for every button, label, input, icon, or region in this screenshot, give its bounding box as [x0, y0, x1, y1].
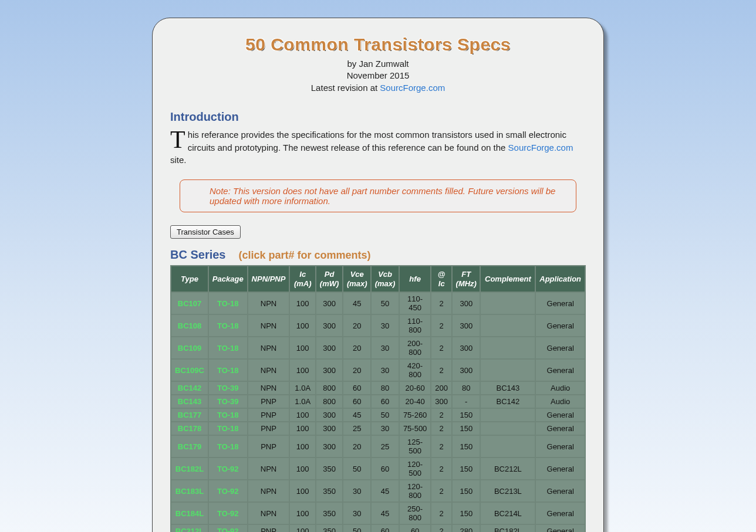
revision-link[interactable]: SourcForge.com — [380, 83, 445, 93]
np-cell: NPN — [248, 382, 289, 394]
vcb-cell: 50 — [372, 409, 399, 421]
col-header: Complement — [481, 266, 535, 292]
ic-cell: 100 — [290, 360, 315, 381]
ic-cell: 100 — [290, 436, 315, 457]
app-cell: General — [536, 337, 585, 358]
comp-cell — [481, 293, 535, 314]
app-cell: General — [536, 480, 585, 501]
np-cell: PNP — [248, 422, 289, 435]
intro-body-2: site. — [170, 155, 187, 165]
package-cell: TO-18 — [209, 436, 247, 457]
app-cell: General — [536, 315, 585, 336]
part-number-link[interactable]: BC183L — [176, 487, 204, 496]
ic-cell: 100 — [290, 480, 315, 501]
vce-cell: 20 — [343, 436, 370, 457]
vcb-cell: 50 — [372, 293, 399, 314]
revision-prefix: Latest revision at — [311, 83, 380, 93]
table-row: BC109TO-18NPN1003002030200-8002300Genera… — [171, 337, 585, 358]
atic-cell: 200 — [431, 382, 451, 394]
ft-cell: 300 — [453, 293, 480, 314]
vce-cell: 30 — [343, 480, 370, 501]
table-row: BC108TO-18NPN1003002030110-8002300Genera… — [171, 315, 585, 336]
vcb-cell: 60 — [372, 395, 399, 408]
app-cell: Audio — [536, 395, 585, 408]
part-number-link[interactable]: BC107 — [178, 299, 201, 308]
header-subtitle: by Jan Zumwalt November 2015 Latest revi… — [170, 58, 586, 94]
np-cell: NPN — [248, 458, 289, 479]
spec-table-head: TypePackageNPN/PNPIc(mA)Pd(mW)Vce(max)Vc… — [171, 266, 585, 292]
part-number-link[interactable]: BC212L — [176, 527, 204, 532]
package-cell: TO-18 — [209, 293, 247, 314]
pd-cell: 300 — [316, 360, 342, 381]
part-number-link[interactable]: BC142 — [178, 384, 201, 392]
part-number-link[interactable]: BC109 — [178, 344, 201, 353]
atic-cell: 2 — [431, 315, 451, 336]
atic-cell: 2 — [431, 436, 451, 457]
vce-cell: 60 — [343, 395, 370, 408]
series-header: BC Series (click part# for comments) — [170, 248, 586, 262]
hfe-cell: 75-260 — [400, 409, 430, 421]
comp-cell — [481, 337, 535, 358]
part-number-link[interactable]: BC184L — [176, 509, 204, 518]
part-number-cell: BC183L — [171, 480, 208, 501]
part-number-link[interactable]: BC182L — [176, 465, 204, 473]
vcb-cell: 45 — [372, 480, 399, 501]
part-number-link[interactable]: BC143 — [178, 397, 201, 406]
page-wrap: 50 Common Transistors Specs by Jan Zumwa… — [70, 18, 686, 532]
np-cell: NPN — [248, 480, 289, 501]
np-cell: NPN — [248, 293, 289, 314]
part-number-cell: BC182L — [171, 458, 208, 479]
table-row: BC182LTO-92NPN1003505060120-5002150BC212… — [171, 458, 585, 479]
hfe-cell: 20-40 — [400, 395, 430, 408]
vcb-cell: 60 — [372, 525, 399, 532]
part-number-link[interactable]: BC177 — [178, 411, 201, 419]
app-cell: General — [536, 458, 585, 479]
package-cell: TO-18 — [209, 360, 247, 381]
ft-cell: 300 — [453, 315, 480, 336]
part-number-link[interactable]: BC108 — [178, 321, 201, 330]
pd-cell: 300 — [316, 293, 342, 314]
table-row: BC143TO-39PNP1.0A800606020-40300-BC142Au… — [171, 395, 585, 408]
ic-cell: 100 — [290, 409, 315, 421]
part-number-cell: BC108 — [171, 315, 208, 336]
hfe-cell: 20-60 — [400, 382, 430, 394]
part-number-cell: BC143 — [171, 395, 208, 408]
app-cell: Audio — [536, 382, 585, 394]
part-number-cell: BC109C — [171, 360, 208, 381]
part-number-link[interactable]: BC179 — [178, 442, 201, 451]
package-cell: TO-39 — [209, 395, 247, 408]
table-row: BC179TO-18PNP1003002025125-5002150Genera… — [171, 436, 585, 457]
pd-cell: 800 — [316, 395, 342, 408]
part-number-link[interactable]: BC178 — [178, 424, 201, 433]
table-row: BC184LTO-92NPN1003503045250-8002150BC214… — [171, 503, 585, 524]
atic-cell: 2 — [431, 360, 451, 381]
comp-cell: BC182L — [481, 525, 535, 532]
hfe-cell: 75-500 — [400, 422, 430, 435]
hfe-cell: 110-800 — [400, 315, 430, 336]
series-name: BC Series — [170, 248, 226, 261]
comp-cell: BC143 — [481, 382, 535, 394]
transistor-cases-button[interactable]: Transistor Cases — [170, 225, 241, 239]
ic-cell: 100 — [290, 422, 315, 435]
hfe-cell: 125-500 — [400, 436, 430, 457]
col-header: Application — [536, 266, 585, 292]
ft-cell: 300 — [453, 360, 480, 381]
np-cell: PNP — [248, 525, 289, 532]
atic-cell: 300 — [431, 395, 451, 408]
ft-cell: 280 — [453, 525, 480, 532]
np-cell: PNP — [248, 409, 289, 421]
table-row: BC107TO-18NPN1003004550110-4502300Genera… — [171, 293, 585, 314]
vcb-cell: 30 — [372, 315, 399, 336]
col-header: @Ic — [431, 266, 451, 292]
ft-cell: 150 — [453, 436, 480, 457]
vcb-cell: 80 — [372, 382, 399, 394]
vcb-cell: 45 — [372, 503, 399, 524]
intro-link[interactable]: SourcForge.com — [508, 143, 573, 153]
atic-cell: 2 — [431, 503, 451, 524]
comp-cell: BC142 — [481, 395, 535, 408]
intro-text: This referance provides the specificatio… — [170, 128, 586, 167]
comp-cell — [481, 436, 535, 457]
np-cell: PNP — [248, 436, 289, 457]
part-number-link[interactable]: BC109C — [175, 366, 204, 375]
table-row: BC183LTO-92NPN1003503045120-8002150BC213… — [171, 480, 585, 501]
